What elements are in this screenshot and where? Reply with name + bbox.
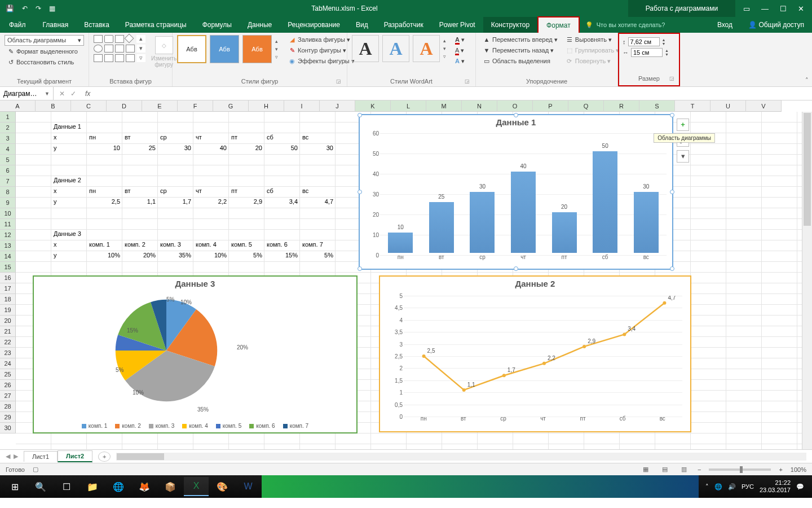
cancel-icon[interactable]: ✕ — [59, 90, 65, 98]
browser-icon[interactable]: 🦊 — [132, 477, 157, 496]
system-tray[interactable]: ˄ 🌐 🔊 РУС 21:2223.03.2017 💬 — [700, 479, 810, 494]
format-selection-button[interactable]: ✎Формат выделенного — [5, 47, 84, 56]
horizontal-scrollbar[interactable] — [116, 453, 806, 461]
zoom-slider[interactable] — [709, 468, 771, 471]
style-preset[interactable]: Абв — [242, 35, 272, 63]
qat-custom-icon[interactable]: ▦ — [49, 5, 55, 12]
share-button[interactable]: 👤 Общий доступ — [740, 17, 812, 33]
text-fill-button[interactable]: A ▾ — [453, 35, 467, 45]
paint-icon[interactable]: 🎨 — [210, 477, 235, 496]
wordart-gallery[interactable]: A A A ▴▾▿ — [352, 35, 446, 62]
style-preset[interactable]: Абв — [210, 35, 239, 63]
signin-link[interactable]: Вход — [709, 17, 740, 33]
fx-icon[interactable]: fx — [82, 90, 94, 98]
dialog-launcher-icon[interactable]: ◲ — [336, 78, 341, 84]
reset-style-button[interactable]: ↺Восстановить стиль — [5, 58, 84, 67]
tab-review[interactable]: Рецензирование — [280, 17, 348, 33]
ribbon-display-icon[interactable]: ▭ — [743, 5, 750, 13]
lang-indicator[interactable]: РУС — [742, 483, 754, 490]
sheet-nav-prev-icon[interactable]: ◀ — [6, 453, 10, 460]
file-explorer-icon[interactable]: 📁 — [80, 477, 105, 496]
zoom-out-button[interactable]: − — [698, 466, 701, 473]
spreadsheet-grid[interactable]: Данные 1xyпнвтсрчтптсбвс10253040205030Да… — [16, 112, 802, 449]
excel-icon[interactable]: X — [184, 477, 209, 496]
bring-forward-button[interactable]: ▲Переместить вперед ▾ — [480, 35, 560, 45]
row-headers[interactable]: 1234567891011121314151617181920212223242… — [0, 112, 16, 449]
task-view-icon[interactable]: ☐ — [54, 477, 79, 496]
app-icon[interactable]: 📦 — [158, 477, 183, 496]
network-icon[interactable]: 🌐 — [714, 483, 722, 491]
chart-elements-button[interactable]: + — [677, 119, 689, 131]
shape-effects-button[interactable]: ◉Эффекты фигуры ▾ — [286, 56, 357, 66]
width-input[interactable] — [631, 48, 663, 57]
tab-file[interactable]: Файл — [0, 17, 35, 33]
tab-powerpivot[interactable]: Power Pivot — [431, 17, 483, 33]
tab-developer[interactable]: Разработчик — [376, 17, 431, 33]
width-spinner[interactable]: ▲▼ — [665, 49, 669, 56]
tab-view[interactable]: Вид — [348, 17, 376, 33]
sheet-tab[interactable]: Лист1 — [24, 451, 58, 462]
chrome-icon[interactable]: 🌐 — [106, 477, 131, 496]
macro-record-icon[interactable]: ▢ — [33, 466, 38, 473]
zoom-in-button[interactable]: + — [779, 466, 782, 473]
chart-line[interactable]: Данные 2 00,511,522,533,544,55 2,51,11,7… — [379, 275, 691, 432]
chart-element-selector[interactable]: Область диаграммы▾ — [5, 35, 84, 46]
shape-outline-button[interactable]: ✎Контур фигуры ▾ — [286, 46, 357, 55]
tab-chart-format[interactable]: Формат — [537, 16, 580, 33]
volume-icon[interactable]: 🔊 — [728, 483, 736, 491]
close-icon[interactable]: ✕ — [798, 5, 804, 13]
zoom-level[interactable]: 100% — [791, 466, 806, 473]
rotate-icon: ⟳ — [566, 58, 573, 65]
tab-insert[interactable]: Вставка — [76, 17, 117, 33]
sheet-tab[interactable]: Лист2 — [58, 450, 92, 462]
start-button[interactable]: ⊞ — [2, 477, 27, 496]
shape-style-gallery[interactable]: Абв Абв Абв ▴▾▿ — [177, 35, 278, 63]
tell-me[interactable]: 💡Что вы хотите сделать? — [580, 17, 671, 33]
wordart-preset[interactable]: A — [382, 35, 409, 62]
sheet-nav-next-icon[interactable]: ▶ — [14, 453, 18, 460]
shapes-gallery[interactable]: ▴ ▾ ▿ — [94, 35, 145, 62]
chart-bar[interactable]: Данные 1 0102030405060 10253040205030 пн… — [359, 114, 673, 270]
tab-home[interactable]: Главная — [35, 17, 77, 33]
wordart-preset[interactable]: A — [352, 35, 379, 62]
align-button[interactable]: ☰Выровнять ▾ — [563, 35, 622, 45]
save-icon[interactable]: 💾 — [6, 5, 14, 12]
minimize-icon[interactable]: — — [761, 5, 769, 13]
vertical-scrollbar[interactable] — [802, 112, 812, 449]
dialog-launcher-icon[interactable]: ◲ — [465, 78, 470, 84]
new-sheet-button[interactable]: + — [98, 452, 111, 462]
tab-data[interactable]: Данные — [240, 17, 280, 33]
column-headers[interactable]: ABC DEF GHI JKL MNO PQR STUV — [0, 100, 782, 112]
clock[interactable]: 21:2223.03.2017 — [760, 479, 791, 494]
view-normal-icon[interactable]: ▦ — [640, 465, 651, 474]
chart-pie[interactable]: Данные 3 10%20%35%10%5%15%5% комп. 1комп… — [33, 275, 358, 433]
dialog-launcher-icon[interactable]: ◲ — [669, 76, 674, 81]
tab-chart-design[interactable]: Конструктор — [483, 17, 537, 33]
redo-icon[interactable]: ↷ — [36, 5, 41, 12]
view-pagelayout-icon[interactable]: ▤ — [659, 465, 670, 474]
height-input[interactable] — [628, 37, 660, 46]
style-preset[interactable]: Абв — [177, 35, 206, 63]
word-icon[interactable]: W — [236, 477, 261, 496]
collapse-ribbon-icon[interactable]: ˄ — [805, 77, 809, 84]
send-backward-button[interactable]: ▼Переместить назад ▾ — [480, 46, 560, 55]
wordart-preset[interactable]: A — [413, 35, 440, 62]
formula-input[interactable] — [94, 87, 812, 100]
chart-filters-button[interactable]: ▾ — [677, 150, 689, 163]
tab-formulas[interactable]: Формулы — [195, 17, 240, 33]
name-box[interactable]: Диаграм…▼ — [0, 87, 54, 100]
undo-icon[interactable]: ↶ — [22, 5, 28, 12]
text-outline-button[interactable]: A ▾ — [453, 46, 467, 55]
notifications-icon[interactable]: 💬 — [796, 483, 804, 491]
maximize-icon[interactable]: ☐ — [780, 5, 787, 13]
tab-pagelayout[interactable]: Разметка страницы — [117, 17, 195, 33]
height-spinner[interactable]: ▲▼ — [662, 38, 666, 46]
shape-fill-button[interactable]: ◢Заливка фигуры ▾ — [286, 35, 357, 45]
selection-pane-button[interactable]: ▭Область выделения — [480, 56, 560, 66]
chart3-pie — [113, 297, 220, 404]
search-icon[interactable]: 🔍 — [28, 477, 53, 496]
tray-up-icon[interactable]: ˄ — [705, 483, 709, 491]
text-effects-button[interactable]: A ▾ — [453, 56, 467, 66]
enter-icon[interactable]: ✓ — [70, 90, 76, 98]
view-pagebreak-icon[interactable]: ▥ — [678, 465, 690, 474]
